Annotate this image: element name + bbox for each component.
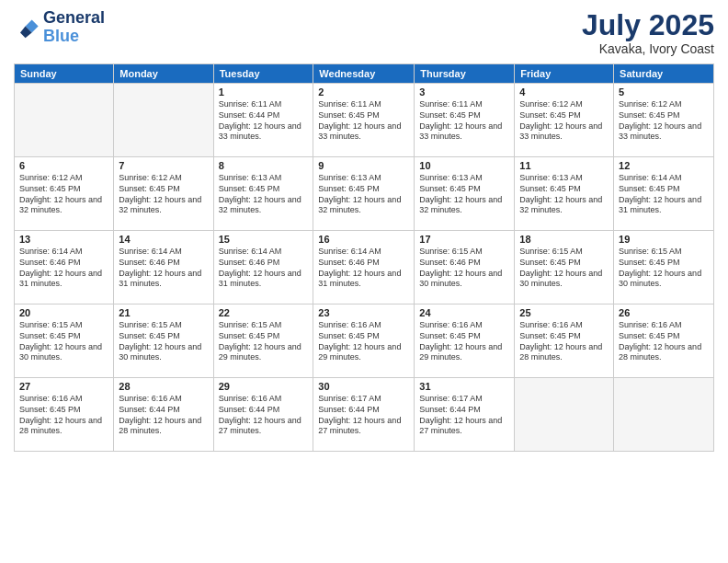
day-info: Sunrise: 6:12 AMSunset: 6:45 PMDaylight:… (19, 173, 108, 216)
logo-line1: General (43, 9, 105, 28)
day-header-thursday: Thursday (415, 64, 515, 84)
day-cell: 29Sunrise: 6:16 AMSunset: 6:44 PMDayligh… (213, 378, 313, 452)
calendar-body: 1Sunrise: 6:11 AMSunset: 6:44 PMDaylight… (15, 84, 714, 452)
logo: General Blue (14, 9, 105, 46)
day-number: 18 (519, 234, 609, 245)
month-title: July 2025 (582, 9, 714, 41)
day-number: 29 (219, 381, 309, 392)
day-info: Sunrise: 6:14 AMSunset: 6:46 PMDaylight:… (318, 247, 409, 290)
day-cell: 1Sunrise: 6:11 AMSunset: 6:44 PMDaylight… (213, 84, 313, 157)
day-cell: 30Sunrise: 6:17 AMSunset: 6:44 PMDayligh… (313, 378, 415, 452)
day-cell: 9Sunrise: 6:13 AMSunset: 6:45 PMDaylight… (313, 157, 415, 231)
days-header-row: SundayMondayTuesdayWednesdayThursdayFrid… (15, 64, 714, 84)
day-info: Sunrise: 6:15 AMSunset: 6:45 PMDaylight:… (519, 247, 609, 290)
day-number: 1 (219, 86, 309, 98)
day-cell (614, 378, 714, 452)
day-info: Sunrise: 6:12 AMSunset: 6:45 PMDaylight:… (619, 99, 709, 143)
day-number: 5 (619, 86, 709, 98)
day-number: 21 (119, 307, 208, 318)
day-info: Sunrise: 6:17 AMSunset: 6:44 PMDaylight:… (318, 394, 409, 437)
day-number: 2 (318, 86, 409, 98)
day-cell: 17Sunrise: 6:15 AMSunset: 6:46 PMDayligh… (415, 231, 515, 304)
day-cell: 4Sunrise: 6:12 AMSunset: 6:45 PMDaylight… (515, 84, 614, 157)
day-info: Sunrise: 6:15 AMSunset: 6:45 PMDaylight:… (219, 320, 309, 363)
day-header-wednesday: Wednesday (313, 64, 415, 84)
week-row-0: 1Sunrise: 6:11 AMSunset: 6:44 PMDaylight… (15, 84, 714, 157)
day-info: Sunrise: 6:14 AMSunset: 6:46 PMDaylight:… (19, 247, 108, 290)
page: General Blue July 2025 Kavaka, Ivory Coa… (0, 0, 728, 563)
day-number: 16 (318, 234, 409, 245)
day-number: 27 (19, 381, 108, 392)
day-number: 25 (519, 307, 609, 318)
day-info: Sunrise: 6:16 AMSunset: 6:45 PMDaylight:… (419, 320, 509, 363)
day-cell: 27Sunrise: 6:16 AMSunset: 6:45 PMDayligh… (15, 378, 114, 452)
day-cell (114, 84, 213, 157)
day-number: 6 (19, 160, 108, 171)
day-info: Sunrise: 6:13 AMSunset: 6:45 PMDaylight:… (219, 173, 309, 216)
header: General Blue July 2025 Kavaka, Ivory Coa… (14, 9, 714, 56)
calendar: SundayMondayTuesdayWednesdayThursdayFrid… (14, 63, 714, 452)
day-info: Sunrise: 6:16 AMSunset: 6:44 PMDaylight:… (119, 394, 208, 437)
day-number: 22 (219, 307, 309, 318)
day-cell: 13Sunrise: 6:14 AMSunset: 6:46 PMDayligh… (15, 231, 114, 304)
day-info: Sunrise: 6:11 AMSunset: 6:45 PMDaylight:… (318, 99, 409, 143)
week-row-1: 6Sunrise: 6:12 AMSunset: 6:45 PMDaylight… (15, 157, 714, 231)
day-number: 19 (619, 234, 709, 245)
day-number: 24 (419, 307, 509, 318)
day-header-monday: Monday (114, 64, 213, 84)
day-cell: 5Sunrise: 6:12 AMSunset: 6:45 PMDaylight… (614, 84, 714, 157)
day-info: Sunrise: 6:17 AMSunset: 6:44 PMDaylight:… (419, 394, 509, 437)
day-info: Sunrise: 6:12 AMSunset: 6:45 PMDaylight:… (519, 99, 609, 143)
day-cell: 24Sunrise: 6:16 AMSunset: 6:45 PMDayligh… (415, 304, 515, 378)
day-number: 11 (519, 160, 609, 171)
day-info: Sunrise: 6:15 AMSunset: 6:45 PMDaylight:… (119, 320, 208, 363)
day-cell: 12Sunrise: 6:14 AMSunset: 6:45 PMDayligh… (614, 157, 714, 231)
day-cell: 20Sunrise: 6:15 AMSunset: 6:45 PMDayligh… (15, 304, 114, 378)
location-subtitle: Kavaka, Ivory Coast (582, 41, 714, 56)
day-number: 28 (119, 381, 208, 392)
day-info: Sunrise: 6:15 AMSunset: 6:45 PMDaylight:… (619, 247, 709, 290)
day-header-sunday: Sunday (15, 64, 114, 84)
day-cell: 28Sunrise: 6:16 AMSunset: 6:44 PMDayligh… (114, 378, 213, 452)
day-cell: 10Sunrise: 6:13 AMSunset: 6:45 PMDayligh… (415, 157, 515, 231)
day-info: Sunrise: 6:16 AMSunset: 6:44 PMDaylight:… (219, 394, 309, 437)
day-info: Sunrise: 6:12 AMSunset: 6:45 PMDaylight:… (119, 173, 208, 216)
day-number: 7 (119, 160, 208, 171)
day-info: Sunrise: 6:13 AMSunset: 6:45 PMDaylight:… (419, 173, 509, 216)
day-number: 17 (419, 234, 509, 245)
day-cell: 14Sunrise: 6:14 AMSunset: 6:46 PMDayligh… (114, 231, 213, 304)
day-cell: 19Sunrise: 6:15 AMSunset: 6:45 PMDayligh… (614, 231, 714, 304)
day-number: 26 (619, 307, 709, 318)
day-info: Sunrise: 6:16 AMSunset: 6:45 PMDaylight:… (318, 320, 409, 363)
day-info: Sunrise: 6:11 AMSunset: 6:44 PMDaylight:… (219, 99, 309, 143)
day-number: 23 (318, 307, 409, 318)
day-cell: 22Sunrise: 6:15 AMSunset: 6:45 PMDayligh… (213, 304, 313, 378)
day-info: Sunrise: 6:14 AMSunset: 6:45 PMDaylight:… (619, 173, 709, 216)
day-info: Sunrise: 6:16 AMSunset: 6:45 PMDaylight:… (19, 394, 108, 437)
logo-icon (14, 15, 40, 40)
day-number: 14 (119, 234, 208, 245)
calendar-header: SundayMondayTuesdayWednesdayThursdayFrid… (15, 64, 714, 84)
day-number: 9 (318, 160, 409, 171)
day-header-friday: Friday (515, 64, 614, 84)
day-cell: 26Sunrise: 6:16 AMSunset: 6:45 PMDayligh… (614, 304, 714, 378)
day-cell: 31Sunrise: 6:17 AMSunset: 6:44 PMDayligh… (415, 378, 515, 452)
day-info: Sunrise: 6:14 AMSunset: 6:46 PMDaylight:… (119, 247, 208, 290)
day-info: Sunrise: 6:16 AMSunset: 6:45 PMDaylight:… (619, 320, 709, 363)
day-info: Sunrise: 6:14 AMSunset: 6:46 PMDaylight:… (219, 247, 309, 290)
day-cell: 18Sunrise: 6:15 AMSunset: 6:45 PMDayligh… (515, 231, 614, 304)
day-info: Sunrise: 6:13 AMSunset: 6:45 PMDaylight:… (318, 173, 409, 216)
day-info: Sunrise: 6:15 AMSunset: 6:45 PMDaylight:… (19, 320, 108, 363)
logo-line2: Blue (43, 28, 105, 46)
day-cell: 16Sunrise: 6:14 AMSunset: 6:46 PMDayligh… (313, 231, 415, 304)
day-cell: 23Sunrise: 6:16 AMSunset: 6:45 PMDayligh… (313, 304, 415, 378)
day-cell: 25Sunrise: 6:16 AMSunset: 6:45 PMDayligh… (515, 304, 614, 378)
day-cell: 3Sunrise: 6:11 AMSunset: 6:45 PMDaylight… (415, 84, 515, 157)
day-number: 4 (519, 86, 609, 98)
day-cell: 21Sunrise: 6:15 AMSunset: 6:45 PMDayligh… (114, 304, 213, 378)
day-header-tuesday: Tuesday (213, 64, 313, 84)
day-number: 30 (318, 381, 409, 392)
day-info: Sunrise: 6:13 AMSunset: 6:45 PMDaylight:… (519, 173, 609, 216)
day-cell: 15Sunrise: 6:14 AMSunset: 6:46 PMDayligh… (213, 231, 313, 304)
day-cell: 2Sunrise: 6:11 AMSunset: 6:45 PMDaylight… (313, 84, 415, 157)
